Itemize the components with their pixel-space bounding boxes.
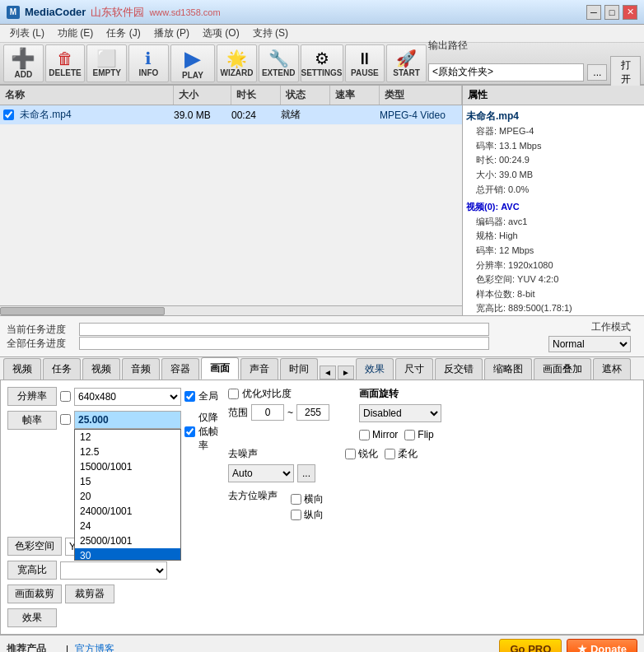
- work-mode-label: 工作模式: [591, 320, 631, 334]
- effect-button[interactable]: 效果: [7, 608, 57, 627]
- tab-deinterlace[interactable]: 反交错: [435, 358, 483, 380]
- total-progress-row: 全部任务进度: [7, 337, 489, 351]
- file-list: 名称 大小 时长 状态 速率 类型 未命名.mp4 39.0 MB 00:24 …: [0, 86, 463, 315]
- framerate-dropdown[interactable]: 12 12.5 15000/1001 15 20 24000/1001 24 2…: [74, 429, 181, 561]
- menu-support[interactable]: 支持 (S): [246, 25, 295, 42]
- mirror-checkbox[interactable]: [359, 430, 370, 440]
- reduce-framerate-checkbox[interactable]: [184, 426, 195, 437]
- fullscreen-checkbox[interactable]: [184, 391, 195, 402]
- info-icon: ℹ: [145, 50, 152, 67]
- dropdown-item-125[interactable]: 12.5: [75, 445, 180, 459]
- add-button[interactable]: ➕ ADD: [3, 44, 44, 82]
- aspectratio-select[interactable]: [60, 561, 167, 580]
- col-header-status[interactable]: 状态: [281, 86, 330, 105]
- menu-task[interactable]: 任务 (J): [100, 25, 147, 42]
- col-header-duration[interactable]: 时长: [231, 86, 281, 105]
- tab-container[interactable]: 容器: [161, 358, 199, 380]
- col-header-type[interactable]: 类型: [380, 86, 462, 105]
- framerate-button[interactable]: 帧率: [7, 411, 57, 430]
- denoise-label: 去噪声: [228, 447, 315, 461]
- play-button[interactable]: ▶ PLAY: [170, 44, 215, 82]
- official-blog-link[interactable]: 官方博客: [75, 642, 114, 652]
- vertical-checkbox[interactable]: [291, 510, 301, 520]
- prop-duration: 时长: 00:24.9: [466, 153, 641, 168]
- tab-audio[interactable]: 音频: [122, 358, 160, 380]
- soften-checkbox[interactable]: [385, 449, 395, 459]
- maximize-button[interactable]: □: [604, 5, 619, 20]
- resolution-checkbox[interactable]: [60, 391, 71, 402]
- crop-tool-button[interactable]: 裁剪器: [65, 584, 114, 603]
- menu-function[interactable]: 功能 (E): [51, 25, 100, 42]
- aspectratio-button[interactable]: 宽高比: [7, 561, 57, 580]
- pause-button[interactable]: ⏸ PAUSE: [345, 44, 385, 82]
- dropdown-item-30[interactable]: 30: [75, 548, 180, 561]
- resolution-button[interactable]: 分辨率: [7, 387, 57, 406]
- dropdown-item-24[interactable]: 24: [75, 519, 180, 533]
- tab-sound[interactable]: 声音: [240, 358, 278, 380]
- extend-button[interactable]: 🔧 EXTEND: [259, 44, 299, 82]
- tab-video1[interactable]: 视频: [3, 358, 41, 380]
- horizontal-checkbox[interactable]: [291, 494, 301, 505]
- flip-checkbox[interactable]: [404, 430, 415, 440]
- info-button[interactable]: ℹ INFO: [128, 44, 169, 82]
- col-header-name[interactable]: 名称: [0, 86, 174, 105]
- browse-button[interactable]: ...: [587, 64, 607, 81]
- denoise-select[interactable]: Auto None Light Medium Heavy: [228, 464, 294, 482]
- framerate-checkbox[interactable]: [60, 414, 71, 425]
- tab-screen[interactable]: 画面: [201, 357, 239, 380]
- progress-section: 当前任务进度 全部任务进度: [7, 323, 489, 351]
- dropdown-item-24000[interactable]: 24000/1001: [75, 504, 180, 519]
- colorspace-button[interactable]: 色彩空间: [7, 537, 62, 556]
- toolbar: ➕ ADD 🗑 DELETE ⬜ EMPTY ℹ INFO ▶ PLAY 🌟 W…: [0, 43, 644, 86]
- dropdown-item-25000[interactable]: 25000/1001: [75, 533, 180, 548]
- tab-video2[interactable]: 视频: [82, 358, 120, 380]
- horizontal-label: 横向: [304, 492, 324, 506]
- tab-overlay[interactable]: 画面叠加: [534, 358, 591, 380]
- minimize-button[interactable]: ─: [586, 5, 601, 20]
- col-header-size[interactable]: 大小: [174, 86, 231, 105]
- tab-mask[interactable]: 遮杯: [593, 358, 631, 380]
- tab-prev-button[interactable]: ◄: [320, 366, 336, 380]
- menu-list[interactable]: 列表 (L): [3, 25, 51, 42]
- resolution-select[interactable]: 640x480 1280x720 1920x1080: [74, 388, 181, 406]
- tab-next-button[interactable]: ►: [338, 366, 354, 380]
- file-scrollbar[interactable]: [0, 305, 462, 315]
- prop-size: 大小: 39.0 MB: [466, 168, 641, 183]
- denoise-settings-button[interactable]: ...: [297, 464, 315, 482]
- tab-effects[interactable]: 效果: [356, 358, 394, 380]
- range-to-input[interactable]: [296, 404, 329, 421]
- rotation-select[interactable]: Disabled 90° 180° 270°: [359, 404, 441, 422]
- dropdown-item-15[interactable]: 15: [75, 474, 180, 489]
- wizard-button[interactable]: 🌟 WIZARD: [217, 44, 257, 82]
- table-row[interactable]: 未命名.mp4 39.0 MB 00:24 就绪 MPEG-4 Video: [0, 105, 462, 125]
- scrollbar-thumb[interactable]: [0, 307, 165, 315]
- optimize-contrast-checkbox[interactable]: [228, 389, 239, 399]
- col-header-speed[interactable]: 速率: [330, 86, 380, 105]
- range-from-input[interactable]: [251, 404, 284, 421]
- tab-time[interactable]: 时间: [280, 358, 318, 380]
- framerate-input[interactable]: [74, 411, 181, 429]
- tab-size[interactable]: 尺寸: [395, 358, 433, 380]
- tab-thumbnail[interactable]: 缩略图: [484, 358, 532, 380]
- dropdown-item-20[interactable]: 20: [75, 489, 180, 504]
- donate-button[interactable]: ★ Donate: [567, 639, 637, 652]
- open-button[interactable]: 打开: [610, 56, 641, 89]
- dropdown-item-12[interactable]: 12: [75, 430, 180, 445]
- output-path-input[interactable]: [428, 63, 584, 82]
- settings-button[interactable]: ⚙ SETTINGS: [301, 44, 343, 82]
- dropdown-item-15000[interactable]: 15000/1001: [75, 459, 180, 474]
- menu-play[interactable]: 播放 (P): [147, 25, 196, 42]
- go-pro-button[interactable]: Go PRO: [499, 639, 562, 652]
- work-mode-select[interactable]: Normal Speed Quality: [548, 336, 631, 352]
- sharpen-checkbox[interactable]: [345, 449, 356, 459]
- tab-task[interactable]: 任务: [43, 358, 81, 380]
- menu-options[interactable]: 选项 (O): [196, 25, 246, 42]
- empty-icon: ⬜: [96, 50, 117, 67]
- start-button[interactable]: 🚀 START: [386, 44, 427, 82]
- close-button[interactable]: ✕: [623, 5, 637, 20]
- promo-area: 推荐产品 | 官方博客 Go PRO ★ Donate MediaCoder专业…: [0, 635, 644, 652]
- file-checkbox[interactable]: [0, 109, 16, 120]
- empty-button[interactable]: ⬜ EMPTY: [86, 44, 127, 82]
- delete-button[interactable]: 🗑 DELETE: [45, 44, 86, 82]
- crop-button[interactable]: 画面裁剪: [7, 584, 62, 603]
